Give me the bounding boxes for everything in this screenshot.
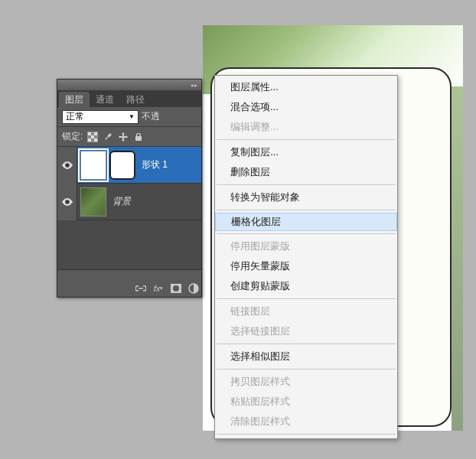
menu-separator xyxy=(217,210,396,210)
menu-separator xyxy=(217,139,396,140)
tab-channels[interactable]: 通道 xyxy=(90,92,120,107)
lock-move-icon[interactable] xyxy=(118,132,129,142)
panel-bottom-toolbar: fx▾ xyxy=(57,269,201,297)
visibility-toggle[interactable] xyxy=(57,184,77,220)
link-layers-icon[interactable] xyxy=(135,282,147,295)
menu-disable-vector-mask[interactable]: 停用矢量蒙版 xyxy=(215,256,397,276)
layer-name-label[interactable]: 形状 1 xyxy=(135,158,168,171)
menu-layer-properties[interactable]: 图层属性... xyxy=(215,77,397,97)
menu-select-linked: 选择链接图层 xyxy=(215,321,397,341)
menu-separator xyxy=(217,233,396,234)
menu-duplicate-layer[interactable]: 复制图层... xyxy=(215,142,397,162)
menu-link-layers: 链接图层 xyxy=(215,301,397,321)
lock-transparency-icon[interactable] xyxy=(87,132,98,142)
layers-panel: ▸▸ 图层 通道 路径 正常 ▼ 不透 锁定: xyxy=(57,79,202,298)
layer-content-thumb[interactable] xyxy=(80,187,106,216)
menu-copy-layer-style: 拷贝图层样式 xyxy=(215,372,397,392)
lock-label: 锁定: xyxy=(62,130,83,143)
menu-create-clipping-mask[interactable]: 创建剪贴蒙版 xyxy=(215,276,397,296)
panel-titlebar[interactable]: ▸▸ xyxy=(57,80,201,90)
layer-name-label[interactable]: 背景 xyxy=(106,195,131,208)
layers-list-empty xyxy=(57,220,201,269)
menu-clear-layer-style: 清除图层样式 xyxy=(215,412,397,431)
blend-mode-value: 正常 xyxy=(66,110,84,123)
menu-convert-smart-object[interactable]: 转换为智能对象 xyxy=(215,187,397,207)
panel-tabs: 图层 通道 路径 xyxy=(57,90,201,107)
svg-point-3 xyxy=(173,285,179,291)
menu-disable-layer-mask: 停用图层蒙版 xyxy=(215,236,397,256)
menu-blending-options[interactable]: 混合选项... xyxy=(215,97,397,117)
opacity-label: 不透 xyxy=(142,110,160,123)
layer-thumbs xyxy=(77,151,135,180)
blend-opacity-row: 正常 ▼ 不透 xyxy=(57,107,201,127)
menu-separator xyxy=(217,434,396,435)
menu-select-similar[interactable]: 选择相似图层 xyxy=(215,347,397,366)
layer-thumbs xyxy=(77,187,106,216)
layer-content-thumb[interactable] xyxy=(80,151,106,180)
eye-icon xyxy=(62,161,73,169)
menu-delete-layer[interactable]: 删除图层 xyxy=(215,162,397,182)
menu-paste-layer-style: 粘贴图层样式 xyxy=(215,392,397,412)
visibility-toggle[interactable] xyxy=(57,147,77,184)
tab-layers[interactable]: 图层 xyxy=(59,92,90,107)
svg-point-1 xyxy=(66,200,69,203)
adjustment-layer-icon[interactable] xyxy=(187,282,200,295)
lock-icons-group xyxy=(87,132,144,142)
lock-row: 锁定: xyxy=(57,127,201,147)
layer-row-background[interactable]: 背景 xyxy=(57,184,201,220)
layer-row-shape1[interactable]: 形状 1 xyxy=(57,147,201,184)
menu-separator xyxy=(217,298,396,299)
background-photo-side xyxy=(452,86,463,431)
layer-context-menu: 图层属性... 混合选项... 编辑调整... 复制图层... 删除图层 转换为… xyxy=(214,75,398,439)
panel-collapse-icon[interactable]: ▸▸ xyxy=(191,81,198,89)
menu-separator xyxy=(217,343,396,344)
layer-mask-icon[interactable] xyxy=(170,282,182,295)
blend-mode-select[interactable]: 正常 ▼ xyxy=(62,110,139,124)
layers-list: 形状 1 背景 xyxy=(57,147,201,269)
svg-point-0 xyxy=(66,164,69,167)
lock-all-icon[interactable] xyxy=(133,132,144,142)
fx-icon[interactable]: fx▾ xyxy=(152,282,165,295)
tab-paths[interactable]: 路径 xyxy=(120,92,151,107)
lock-brush-icon[interactable] xyxy=(103,132,113,142)
dropdown-arrow-icon: ▼ xyxy=(129,113,135,120)
menu-separator xyxy=(217,369,396,369)
menu-edit-adjustment: 编辑调整... xyxy=(215,117,397,137)
eye-icon xyxy=(62,198,73,206)
layer-vector-mask-thumb[interactable] xyxy=(109,151,135,180)
menu-rasterize-layer[interactable]: 栅格化图层 xyxy=(215,213,397,231)
menu-separator xyxy=(217,184,396,185)
